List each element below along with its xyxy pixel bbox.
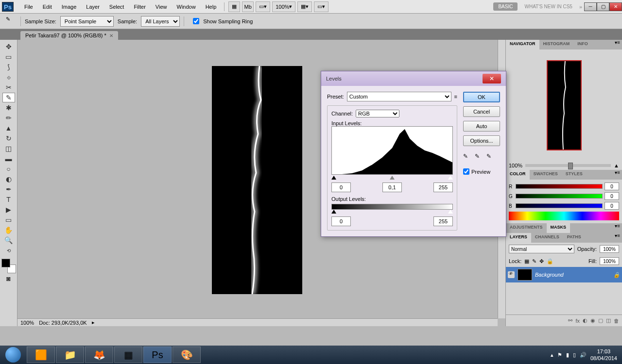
quick-mask-icon[interactable]: ◙ (2, 274, 15, 283)
input-black[interactable] (331, 182, 351, 192)
task-paint[interactable]: 🎨 (173, 347, 201, 363)
tab-histogram[interactable]: HISTOGRAM (539, 40, 574, 50)
visibility-icon[interactable] (508, 271, 515, 278)
panel-menu-icon[interactable]: ▾≡ (613, 170, 622, 180)
layer-row-background[interactable]: Background 🔒 (506, 267, 622, 282)
auto-button[interactable]: Auto (463, 121, 500, 132)
zoom-level[interactable]: 100% (20, 320, 34, 326)
output-white[interactable] (433, 216, 453, 226)
color-swap-icon[interactable]: ⟲ (2, 246, 15, 255)
sample-size-select[interactable]: Point Sample (60, 16, 114, 27)
output-sliders[interactable] (331, 210, 453, 215)
cancel-button[interactable]: Cancel (463, 106, 500, 117)
link-layers-icon[interactable]: ⚯ (568, 317, 572, 324)
preset-menu-icon[interactable]: ≡ (454, 94, 457, 99)
lock-position-icon[interactable]: ✥ (539, 258, 544, 265)
dialog-close-button[interactable]: ✕ (483, 74, 501, 83)
tray-network-icon[interactable]: ▯ (573, 352, 576, 358)
menu-image[interactable]: Image (57, 4, 82, 10)
zoom-tool[interactable]: 🔍 (2, 235, 15, 245)
preset-select[interactable]: Custom (347, 92, 451, 101)
task-mediaplayer[interactable]: 🟧 (27, 347, 55, 363)
spectrum-bar[interactable] (509, 212, 619, 220)
tray-flag-icon[interactable]: ⚑ (557, 352, 562, 358)
gradient-tool[interactable]: ▬ (2, 154, 15, 164)
preview-checkbox[interactable] (463, 168, 469, 175)
tab-info[interactable]: INFO (573, 40, 592, 50)
fx-icon[interactable]: fx (575, 318, 580, 324)
menu-filter[interactable]: Filter (129, 4, 150, 10)
eyedropper-tool[interactable]: ✎ (2, 93, 15, 102)
shape-tool[interactable]: ▭ (2, 215, 15, 225)
lock-pixels-icon[interactable]: ✎ (532, 258, 536, 265)
mini-bridge-icon[interactable]: Mb (242, 1, 254, 12)
tray-volume-icon[interactable]: 🔊 (580, 352, 587, 358)
group-icon[interactable]: ▢ (598, 317, 603, 324)
crop-tool[interactable]: ✂ (2, 83, 15, 92)
menu-file[interactable]: File (19, 4, 38, 10)
b-slider[interactable] (516, 203, 603, 208)
menu-layer[interactable]: Layer (81, 4, 104, 10)
launch-bridge-icon[interactable]: ▦ (228, 1, 240, 12)
layer-thumbnail[interactable] (518, 269, 532, 281)
brush-tool[interactable]: ✏ (2, 113, 15, 123)
minimize-button[interactable]: ─ (584, 2, 597, 11)
lock-all-icon[interactable]: 🔒 (547, 258, 553, 265)
start-button[interactable] (0, 346, 26, 364)
close-button[interactable]: ✕ (609, 2, 622, 11)
new-layer-icon[interactable]: ◫ (606, 317, 611, 324)
lasso-tool[interactable]: ⟆ (2, 62, 15, 72)
close-tab-icon[interactable]: ✕ (109, 33, 113, 38)
tab-styles[interactable]: STYLES (562, 170, 587, 180)
tab-paths[interactable]: PATHS (563, 233, 585, 243)
b-input[interactable] (605, 202, 619, 210)
g-input[interactable] (605, 192, 619, 200)
marquee-tool[interactable]: ▭ (2, 52, 15, 62)
dodge-tool[interactable]: ◐ (2, 174, 15, 184)
lock-transparent-icon[interactable]: ▦ (524, 258, 529, 265)
gray-point-eyedropper-icon[interactable]: ✎ (475, 153, 484, 162)
expand-icon[interactable]: » (579, 4, 582, 10)
menu-view[interactable]: View (151, 4, 172, 10)
quick-select-tool[interactable]: ⟐ (2, 72, 15, 82)
screen-mode-dropdown[interactable]: ▭▾ (314, 1, 328, 12)
menu-select[interactable]: Select (104, 4, 129, 10)
panel-menu-icon[interactable]: ▾≡ (613, 40, 622, 50)
healing-tool[interactable]: ✱ (2, 103, 15, 113)
status-arrow-icon[interactable]: ▸ (92, 319, 95, 326)
document-tab[interactable]: Petir Takara97 @ 100% (RGB/8) * ✕ (20, 31, 118, 40)
history-brush-tool[interactable]: ↻ (2, 133, 15, 143)
whats-new-link[interactable]: WHAT'S NEW IN CS5 (524, 4, 572, 9)
clock[interactable]: 17:03 08/04/2014 (590, 348, 617, 362)
stamp-tool[interactable]: ▲ (2, 123, 15, 133)
tray-arrow-icon[interactable]: ▴ (551, 352, 553, 358)
color-picker[interactable] (1, 259, 16, 273)
opacity-input[interactable] (600, 245, 619, 253)
type-tool[interactable]: T (2, 195, 15, 204)
move-tool[interactable]: ✥ (2, 42, 15, 51)
menu-edit[interactable]: Edit (38, 4, 57, 10)
workspace-button[interactable]: BASIC (493, 2, 518, 11)
dialog-titlebar[interactable]: Levels ✕ (321, 71, 506, 86)
input-gamma[interactable] (382, 182, 402, 192)
task-app[interactable]: ▦ (114, 347, 142, 363)
fill-input[interactable] (600, 257, 619, 265)
r-input[interactable] (605, 182, 619, 190)
panel-menu-icon[interactable]: ▾≡ (613, 223, 622, 233)
tab-layers[interactable]: LAYERS (506, 233, 531, 243)
input-sliders[interactable] (331, 176, 453, 181)
canvas[interactable] (212, 66, 302, 294)
task-photoshop[interactable]: Ps (143, 347, 172, 363)
sample-select[interactable]: All Layers (141, 16, 180, 27)
path-select-tool[interactable]: ▶ (2, 205, 15, 215)
blur-tool[interactable]: ○ (2, 164, 15, 174)
menu-window[interactable]: Window (172, 4, 201, 10)
zoom-dropdown[interactable]: 100% ▾ (272, 1, 295, 12)
delete-icon[interactable]: 🗑 (614, 318, 619, 324)
tab-swatches[interactable]: SWATCHES (530, 170, 562, 180)
tab-color[interactable]: COLOR (506, 170, 530, 180)
channel-select[interactable]: RGB (356, 110, 399, 117)
tab-channels[interactable]: CHANNELS (531, 233, 563, 243)
panel-menu-icon[interactable]: ▾≡ (613, 233, 622, 243)
hand-tool[interactable]: ✋ (2, 225, 15, 235)
